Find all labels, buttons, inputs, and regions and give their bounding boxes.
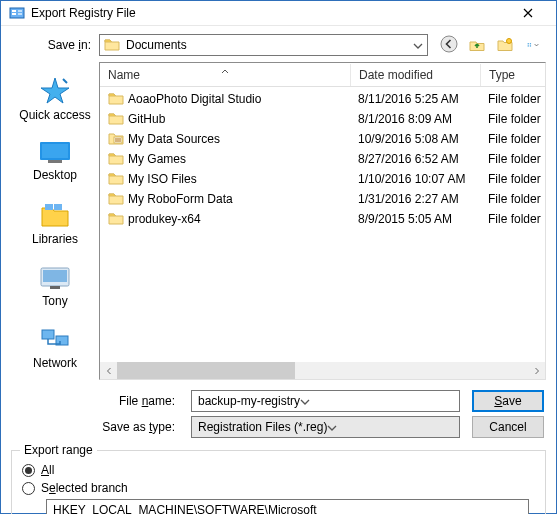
file-type: File folder (480, 212, 545, 226)
svg-point-6 (507, 38, 512, 43)
file-name: AoaoPhoto Digital Studio (128, 92, 261, 106)
svg-rect-10 (530, 45, 531, 46)
file-name: My RoboForm Data (128, 192, 233, 206)
folder-icon (108, 211, 124, 228)
chevron-down-icon (413, 38, 423, 52)
savetype-combo[interactable]: Registration Files (*.reg) (191, 416, 460, 438)
scrollbar-thumb[interactable] (117, 362, 295, 379)
radio-selected-branch[interactable]: Selected branch (22, 481, 535, 495)
column-name[interactable]: Name (100, 64, 350, 86)
folder-icon (108, 91, 124, 108)
chevron-down-icon (300, 394, 310, 408)
place-label: Tony (42, 294, 67, 308)
savein-combo[interactable]: Documents (99, 34, 428, 56)
window-title: Export Registry File (31, 6, 508, 20)
column-label: Type (489, 68, 515, 82)
file-name: GitHub (128, 112, 165, 126)
savein-label: Save in: (11, 38, 91, 52)
svg-rect-23 (115, 140, 121, 141)
file-row[interactable]: AoaoPhoto Digital Studio8/11/2016 5:25 A… (100, 89, 545, 109)
filename-label: File name: (11, 394, 179, 408)
svg-point-5 (441, 36, 457, 52)
radio-label: All (41, 463, 54, 477)
file-row[interactable]: produkey-x648/9/2015 5:05 AMFile folder (100, 209, 545, 229)
place-label: Network (33, 356, 77, 370)
cancel-button[interactable]: Cancel (472, 416, 544, 438)
sort-asc-icon (221, 63, 229, 77)
file-date: 8/27/2016 6:52 AM (350, 152, 480, 166)
filename-value: backup-my-registry (198, 394, 300, 408)
file-row[interactable]: My Data Sources10/9/2016 5:08 AMFile fol… (100, 129, 545, 149)
place-network[interactable]: Network (11, 318, 99, 380)
export-legend: Export range (20, 443, 97, 457)
svg-rect-1 (12, 10, 16, 12)
folder-icon (104, 37, 120, 54)
svg-rect-4 (18, 13, 22, 15)
file-rows: AoaoPhoto Digital Studio8/11/2016 5:25 A… (100, 87, 545, 362)
svg-rect-3 (18, 10, 22, 12)
place-label: Desktop (33, 168, 77, 182)
view-menu-button[interactable] (524, 36, 542, 54)
folder-icon (108, 151, 124, 168)
radio-all[interactable]: All (22, 463, 535, 477)
folder-icon (108, 171, 124, 188)
new-folder-button[interactable] (496, 35, 514, 56)
save-button[interactable]: Save (472, 390, 544, 412)
export-range-group: Export range All Selected branch HKEY_LO… (11, 450, 546, 514)
file-header: Name Date modified Type (100, 63, 545, 87)
column-date[interactable]: Date modified (350, 64, 480, 86)
chevron-down-icon (534, 36, 539, 54)
svg-rect-19 (42, 330, 54, 339)
horizontal-scrollbar[interactable] (100, 362, 545, 379)
titlebar: Export Registry File (1, 1, 556, 26)
branch-value: HKEY_LOCAL_MACHINE\SOFTWARE\Microsoft (53, 503, 317, 514)
radio-icon (22, 464, 35, 477)
file-type: File folder (480, 112, 545, 126)
svg-rect-18 (50, 286, 60, 289)
file-date: 1/31/2016 2:27 AM (350, 192, 480, 206)
scroll-left-icon[interactable] (100, 362, 117, 379)
file-name: My Games (128, 152, 186, 166)
file-row[interactable]: My RoboForm Data1/31/2016 2:27 AMFile fo… (100, 189, 545, 209)
svg-rect-2 (12, 13, 16, 15)
place-user[interactable]: Tony (11, 256, 99, 318)
filename-input[interactable]: backup-my-registry (191, 390, 460, 412)
close-button[interactable] (508, 1, 548, 25)
svg-rect-8 (530, 43, 531, 44)
file-type: File folder (480, 172, 545, 186)
svg-rect-7 (528, 43, 529, 44)
scroll-right-icon[interactable] (528, 362, 545, 379)
file-date: 8/11/2016 5:25 AM (350, 92, 480, 106)
file-row[interactable]: My ISO Files1/10/2016 10:07 AMFile folde… (100, 169, 545, 189)
file-row[interactable]: GitHub8/1/2016 8:09 AMFile folder (100, 109, 545, 129)
savetype-label: Save as type: (11, 420, 179, 434)
back-button[interactable] (440, 35, 458, 56)
file-list-view: Name Date modified Type AoaoPhoto Digita… (99, 62, 546, 380)
file-type: File folder (480, 152, 545, 166)
svg-rect-21 (114, 137, 122, 143)
dialog-content: Save in: Documents (1, 26, 556, 444)
place-label: Libraries (32, 232, 78, 246)
file-name: produkey-x64 (128, 212, 201, 226)
places-bar: Quick access Desktop Libraries Tony Netw… (11, 62, 99, 380)
up-one-level-button[interactable] (468, 35, 486, 56)
place-libraries[interactable]: Libraries (11, 192, 99, 256)
place-quick-access[interactable]: Quick access (11, 68, 99, 132)
svg-rect-17 (43, 270, 67, 282)
place-desktop[interactable]: Desktop (11, 132, 99, 192)
place-label: Quick access (19, 108, 90, 122)
svg-rect-22 (115, 138, 121, 139)
column-label: Date modified (359, 68, 433, 82)
folder-icon (108, 191, 124, 208)
branch-input[interactable]: HKEY_LOCAL_MACHINE\SOFTWARE\Microsoft (46, 499, 529, 514)
chevron-down-icon (327, 420, 337, 434)
file-type: File folder (480, 92, 545, 106)
svg-rect-9 (528, 45, 529, 46)
svg-rect-12 (42, 144, 68, 158)
savetype-value: Registration Files (*.reg) (198, 420, 327, 434)
export-registry-dialog: Export Registry File Save in: Documents (0, 0, 557, 514)
file-row[interactable]: My Games8/27/2016 6:52 AMFile folder (100, 149, 545, 169)
savein-value: Documents (126, 38, 187, 52)
file-date: 8/1/2016 8:09 AM (350, 112, 480, 126)
column-type[interactable]: Type (480, 64, 545, 86)
